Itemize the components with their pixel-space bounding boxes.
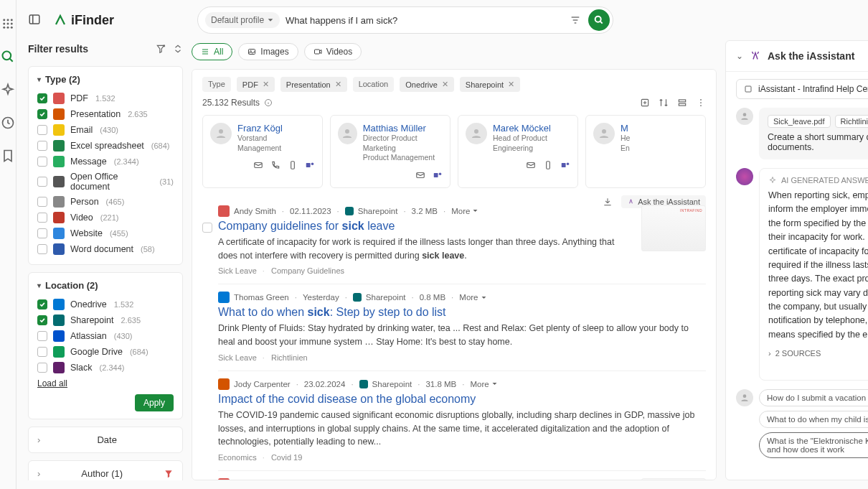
history-nav-icon[interactable] (0, 115, 16, 131)
collapse-all-icon[interactable] (173, 44, 183, 54)
profile-selector[interactable]: Default profile (205, 12, 280, 28)
search-button[interactable] (588, 9, 610, 31)
tab-all[interactable]: All (192, 43, 232, 60)
facet-author[interactable]: ›Author (1) (28, 460, 183, 480)
facet-row[interactable]: Email (430) (37, 122, 174, 138)
remove-filter-icon[interactable]: ✕ (508, 80, 514, 89)
result-thumbnail[interactable]: INTRAFIND (641, 205, 706, 251)
mobile-icon[interactable] (288, 160, 298, 170)
result-more[interactable]: More (436, 480, 463, 480)
tab-images[interactable]: Images (238, 43, 298, 60)
checkbox[interactable] (37, 109, 47, 119)
panel-toggle-icon[interactable] (28, 13, 42, 27)
active-filter-pill[interactable]: PDF✕ (237, 77, 275, 92)
layout-icon[interactable] (677, 98, 687, 108)
sort-icon[interactable] (659, 98, 669, 108)
search-nav-icon[interactable] (0, 49, 16, 65)
facet-row[interactable]: Person (465) (37, 194, 174, 210)
help-center-chip[interactable]: iAssistant - Intrafind Help Center ⋮ (736, 79, 868, 99)
facet-row[interactable]: Open Office document (31) (37, 169, 174, 194)
assistant-nav-icon[interactable] (0, 82, 16, 98)
mail-icon[interactable] (526, 160, 536, 170)
load-all-link[interactable]: Load all (37, 378, 67, 388)
result-checkbox[interactable] (202, 223, 212, 233)
facet-row[interactable]: PDF 1.532 (37, 90, 174, 106)
result-more[interactable]: More (451, 207, 478, 215)
facet-row[interactable]: Presentation 2.635 (37, 106, 174, 122)
facet-location-title[interactable]: ▾Location (2) (37, 280, 174, 291)
facet-type-title[interactable]: ▾Type (2) (37, 74, 174, 85)
checkbox[interactable] (37, 213, 47, 223)
result-title[interactable]: Company guidelines for sick leave (218, 220, 706, 233)
result-title[interactable]: What to do when sick: Step by step to do… (218, 306, 706, 319)
facet-row[interactable]: Website (455) (37, 225, 174, 241)
checkbox[interactable] (37, 299, 47, 309)
facet-row[interactable]: Message (2.344) (37, 154, 174, 169)
remove-filter-icon[interactable]: ✕ (442, 80, 448, 89)
checkbox[interactable] (37, 177, 47, 187)
checkbox[interactable] (37, 363, 47, 373)
teams-icon[interactable] (433, 170, 443, 180)
checkbox[interactable] (37, 244, 47, 254)
apps-grid-icon[interactable] (0, 16, 16, 32)
checkbox[interactable] (37, 197, 47, 207)
phone-icon[interactable] (270, 160, 280, 170)
assistant-collapse-icon[interactable]: ⌄ (736, 51, 743, 61)
svg-point-52 (743, 113, 747, 116)
file-chip[interactable]: Sick_leave.pdf (768, 115, 831, 128)
mobile-icon[interactable] (543, 160, 553, 170)
mail-icon[interactable] (415, 170, 425, 180)
file-chip[interactable]: Richtlinie.pdf (835, 115, 868, 128)
checkbox[interactable] (37, 315, 47, 325)
facet-row[interactable]: Google Drive (684) (37, 344, 174, 360)
facet-row[interactable]: Sharepoint 2.635 (37, 312, 174, 328)
suggestion-pill[interactable]: What to do when my child is sick (759, 411, 868, 428)
remove-filter-icon[interactable]: ✕ (335, 80, 341, 89)
mail-icon[interactable] (253, 160, 263, 170)
person-role: Director Product Marketing (363, 134, 443, 153)
facet-row[interactable]: Video (221) (37, 210, 174, 225)
checkbox[interactable] (37, 228, 47, 238)
facet-row[interactable]: Atlassian (430) (37, 328, 174, 344)
facet-date[interactable]: ›Date (28, 427, 183, 453)
sources-toggle[interactable]: ›2 SOURCES (768, 349, 868, 358)
facet-row[interactable]: Excel spreadsheet (684) (37, 138, 174, 154)
remove-filter-icon[interactable]: ✕ (263, 80, 269, 89)
facet-row[interactable]: Slack (2.344) (37, 360, 174, 376)
active-filter-pill[interactable]: Sharepoint✕ (460, 77, 520, 92)
person-card[interactable]: MHeEn (585, 115, 706, 188)
checkbox[interactable] (37, 125, 47, 135)
checkbox[interactable] (37, 141, 47, 151)
checkbox[interactable] (37, 347, 47, 357)
search-input[interactable] (286, 15, 561, 26)
apply-button[interactable]: Apply (135, 394, 174, 411)
active-filter-pill[interactable]: Presentation✕ (280, 77, 347, 92)
ai-label: AI GENERATED ANSWER (781, 176, 868, 185)
filter-reset-icon[interactable] (156, 44, 166, 54)
checkbox[interactable] (37, 157, 47, 167)
person-card[interactable]: Matthias MüllerDirector Product Marketin… (330, 115, 450, 188)
result-thumbnail[interactable]: INTRAFIND (641, 478, 706, 480)
result-more[interactable]: More (459, 293, 486, 302)
svg-line-18 (600, 22, 603, 24)
more-icon[interactable] (696, 98, 706, 108)
suggestion-pill[interactable]: How do I submit a vacation request? (759, 389, 868, 406)
active-filter-pill[interactable]: Onedrive✕ (400, 77, 454, 92)
download-icon[interactable] (603, 197, 613, 207)
facet-label: Email (70, 125, 93, 135)
bookmark-nav-icon[interactable] (0, 148, 16, 164)
export-icon[interactable] (640, 98, 650, 108)
person-card[interactable]: Marek MöckelHead of ProductEngineering (458, 115, 578, 188)
teams-icon[interactable] (305, 160, 315, 170)
facet-row[interactable]: Onedrive 1.532 (37, 297, 174, 312)
facet-row[interactable]: Word document (58) (37, 241, 174, 257)
search-settings-icon[interactable] (567, 11, 584, 29)
person-card[interactable]: Franz KöglVorstandManagement (202, 115, 323, 188)
suggestion-pill[interactable]: What is the "Elektronische Krankmeldung"… (759, 432, 868, 458)
checkbox[interactable] (37, 331, 47, 341)
teams-icon[interactable] (560, 160, 570, 170)
result-more[interactable]: More (470, 380, 497, 388)
tab-videos[interactable]: Videos (304, 43, 362, 60)
result-title[interactable]: Impact of the covid disease on the globa… (218, 393, 706, 406)
checkbox[interactable] (37, 93, 47, 103)
